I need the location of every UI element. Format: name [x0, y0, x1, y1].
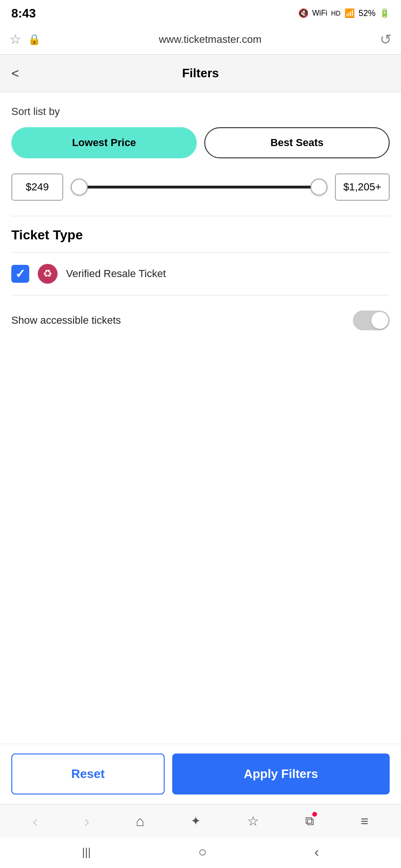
header-title: Filters	[182, 66, 219, 81]
hd-icon: HD	[331, 9, 341, 17]
browser-bar-left: ☆ 🔒	[9, 32, 41, 47]
price-max[interactable]: $1,205+	[335, 173, 390, 201]
nav-tabs-icon[interactable]: ⧉	[305, 814, 314, 828]
browser-bar: ☆ 🔒 www.ticketmaster.com ↺	[0, 25, 401, 55]
battery-icon: 🔋	[379, 8, 390, 18]
nav-forward-icon[interactable]: ›	[84, 812, 90, 830]
checkmark-icon: ✓	[15, 267, 25, 281]
refresh-icon[interactable]: ↺	[380, 31, 392, 48]
toggle-knob	[371, 312, 388, 329]
phone-back-chevron-icon[interactable]: ‹	[314, 844, 319, 860]
status-icons: 🔇 WiFi HD 📶 52% 🔋	[298, 8, 390, 18]
price-min[interactable]: $249	[11, 173, 63, 201]
app-header: < Filters	[0, 55, 401, 92]
nav-menu-icon[interactable]: ≡	[361, 814, 368, 829]
divider-1	[11, 216, 390, 216]
accessible-toggle[interactable]	[353, 311, 390, 330]
lock-icon: 🔒	[28, 33, 41, 46]
apply-filters-button[interactable]: Apply Filters	[172, 753, 390, 794]
nav-sparkle-icon[interactable]: ✦	[191, 814, 201, 828]
phone-bars-icon: |||	[82, 845, 91, 859]
ticket-item-verified: ✓ ♻ Verified Resale Ticket	[11, 256, 390, 291]
divider-3	[11, 295, 390, 295]
tab-notification-dot	[312, 812, 317, 817]
bottom-actions: Reset Apply Filters	[0, 744, 401, 804]
accessible-toggle-row: Show accessible tickets	[11, 299, 390, 342]
sort-label: Sort list by	[11, 106, 390, 118]
signal-icon: 📶	[344, 8, 355, 18]
browser-url[interactable]: www.ticketmaster.com	[159, 33, 262, 46]
slider-thumb-left[interactable]	[71, 179, 88, 196]
resale-icon: ♻	[38, 264, 58, 284]
divider-2	[11, 252, 390, 253]
verified-resale-label: Verified Resale Ticket	[66, 268, 166, 280]
mute-icon: 🔇	[298, 8, 309, 18]
reset-button[interactable]: Reset	[11, 753, 165, 794]
status-time: 8:43	[11, 6, 36, 21]
phone-bottom-bar: ||| ○ ‹	[0, 838, 401, 868]
ticket-type-section: Ticket Type ✓ ♻ Verified Resale Ticket	[11, 228, 390, 295]
wifi-icon: WiFi	[312, 9, 327, 17]
status-bar: 8:43 🔇 WiFi HD 📶 52% 🔋	[0, 0, 401, 25]
sort-buttons: Lowest Price Best Seats	[11, 127, 390, 158]
nav-back-icon[interactable]: ‹	[33, 812, 38, 830]
price-slider[interactable]	[71, 186, 327, 188]
sort-best-seats[interactable]: Best Seats	[204, 127, 390, 158]
main-content: Sort list by Lowest Price Best Seats $24…	[0, 92, 401, 543]
spacer	[0, 543, 401, 744]
battery-label: 52%	[359, 8, 376, 18]
resale-symbol: ♻	[43, 268, 52, 280]
nav-star-icon[interactable]: ☆	[247, 813, 259, 829]
slider-thumb-right[interactable]	[310, 179, 327, 196]
back-button[interactable]: <	[11, 66, 19, 81]
ticket-type-title: Ticket Type	[11, 228, 390, 243]
verified-checkbox[interactable]: ✓	[11, 265, 29, 283]
accessible-label: Show accessible tickets	[11, 314, 121, 327]
sort-lowest-price[interactable]: Lowest Price	[11, 127, 197, 158]
sort-section: Sort list by Lowest Price Best Seats	[11, 106, 390, 158]
phone-home-circle-icon[interactable]: ○	[198, 844, 207, 860]
favorite-star-icon[interactable]: ☆	[9, 32, 21, 47]
nav-home-icon[interactable]: ⌂	[136, 813, 144, 829]
browser-nav: ‹ › ⌂ ✦ ☆ ⧉ ≡	[0, 804, 401, 838]
price-range: $249 $1,205+	[11, 173, 390, 201]
